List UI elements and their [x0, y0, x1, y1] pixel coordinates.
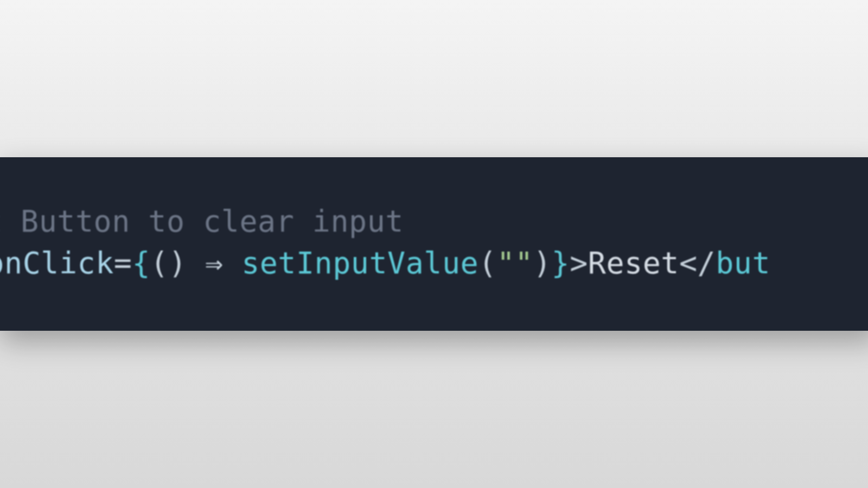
func-paren-open: ( — [478, 246, 497, 280]
code-line-comment: eset Button to clear input — [0, 201, 868, 242]
func-paren-close: ) — [533, 246, 552, 280]
close-angle-open: < — [679, 246, 698, 280]
paren-open: ( — [150, 246, 169, 280]
code-line-jsx: ton onClick={() ⇒ setInputValue("")}>Res… — [0, 242, 868, 284]
brace-open: { — [132, 246, 150, 280]
arrow-function: ⇒ — [205, 246, 224, 280]
code-snippet-block: eset Button to clear input ton onClick={… — [0, 157, 868, 331]
paren-close: ) — [169, 246, 187, 280]
equals-sign: = — [114, 246, 132, 280]
close-slash: / — [698, 246, 716, 280]
jsx-attr-onclick: onClick — [0, 246, 114, 280]
comment-text: eset Button to clear input — [0, 204, 404, 239]
button-label-text: Reset — [588, 246, 679, 280]
brace-close: } — [552, 246, 570, 280]
angle-close: > — [570, 246, 588, 280]
function-name: setInputValue — [241, 246, 478, 280]
string-literal: "" — [497, 246, 533, 280]
jsx-tag-close-partial: but — [716, 246, 770, 280]
